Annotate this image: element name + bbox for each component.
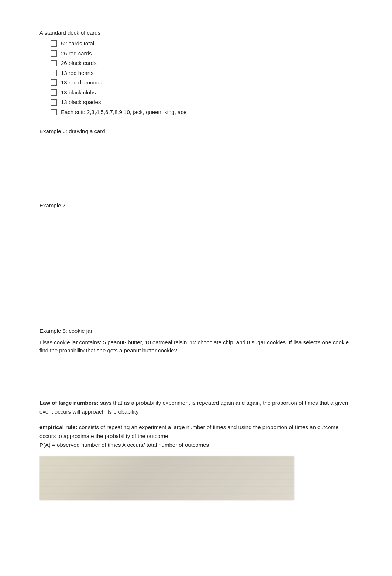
list-item: 52 cards total bbox=[51, 39, 353, 48]
bullet-text: 26 black cards bbox=[61, 59, 97, 68]
law-text: Law of large numbers: says that as a pro… bbox=[39, 399, 353, 416]
list-item: 13 black clubs bbox=[51, 89, 353, 97]
bullet-icon bbox=[51, 99, 57, 106]
bullet-icon bbox=[51, 50, 57, 57]
bullet-icon bbox=[51, 70, 57, 76]
example6-heading: Example 6: drawing a card bbox=[39, 127, 353, 136]
law-heading: Law of large numbers: bbox=[39, 400, 99, 406]
list-item: 26 red cards bbox=[51, 49, 353, 58]
bullet-icon bbox=[51, 60, 57, 66]
bullet-icon bbox=[51, 89, 57, 96]
bullet-text: 13 red hearts bbox=[61, 69, 93, 77]
list-item: 13 red diamonds bbox=[51, 79, 353, 87]
bullet-text: 13 black spades bbox=[61, 98, 101, 107]
example8-gap bbox=[39, 358, 353, 387]
example6-gap bbox=[39, 139, 353, 190]
list-item: 13 black spades bbox=[51, 98, 353, 107]
bullet-icon bbox=[51, 79, 57, 86]
empirical-text: empirical rule: consists of repeating an… bbox=[39, 423, 353, 441]
list-item: 26 black cards bbox=[51, 59, 353, 68]
example7-gap bbox=[39, 213, 353, 316]
example8-heading: Example 8: cookie jar bbox=[39, 327, 353, 335]
bullet-text: 52 cards total bbox=[61, 39, 94, 48]
bullet-icon bbox=[51, 40, 57, 47]
empirical-heading: empirical rule: bbox=[39, 424, 78, 430]
bullet-text: Each suit: 2,3,4,5,6,7,8,9,10, jack, que… bbox=[61, 108, 186, 117]
list-item: Each suit: 2,3,4,5,6,7,8,9,10, jack, que… bbox=[51, 108, 353, 117]
empirical-formula: P(A) = observed number of times A occurs… bbox=[39, 441, 353, 449]
bullet-text: 26 red cards bbox=[61, 49, 92, 58]
bullet-text: 13 red diamonds bbox=[61, 79, 102, 87]
bullet-icon bbox=[51, 109, 57, 115]
blurred-table-image bbox=[39, 456, 294, 500]
example8-body: Lisas cookie jar contains: 5 peanut- but… bbox=[39, 338, 353, 355]
empirical-body: consists of repeating an experiment a la… bbox=[39, 424, 338, 439]
bullet-text: 13 black clubs bbox=[61, 89, 96, 97]
deck-bullet-list: 52 cards total 26 red cards 26 black car… bbox=[51, 39, 353, 116]
intro-label: A standard deck of cards bbox=[39, 30, 353, 36]
list-item: 13 red hearts bbox=[51, 69, 353, 77]
example7-heading: Example 7 bbox=[39, 201, 353, 210]
